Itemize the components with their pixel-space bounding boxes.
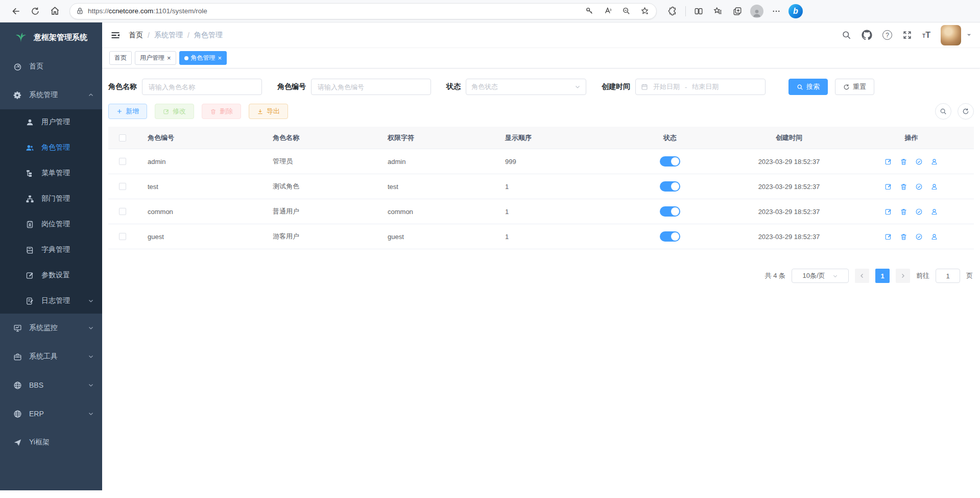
row-edit-icon[interactable] xyxy=(885,183,892,191)
browser-profile-icon[interactable] xyxy=(748,3,766,20)
refresh-icon[interactable] xyxy=(27,3,44,20)
sidebar-item-log-mgmt[interactable]: 日志管理 xyxy=(0,288,102,314)
close-icon[interactable]: × xyxy=(218,55,222,61)
row-edit-icon[interactable] xyxy=(885,208,892,216)
fullscreen-icon[interactable] xyxy=(902,30,912,40)
status-toggle[interactable] xyxy=(660,181,680,192)
collections-icon[interactable] xyxy=(729,3,746,20)
reset-button[interactable]: 重置 xyxy=(835,79,874,95)
add-button[interactable]: 新增 xyxy=(108,104,147,119)
book-icon xyxy=(26,246,34,254)
sidebar-item-user-mgmt[interactable]: 用户管理 xyxy=(0,109,102,135)
read-aloud-icon[interactable] xyxy=(599,3,616,20)
row-permission-icon[interactable] xyxy=(915,233,923,241)
split-screen-icon[interactable] xyxy=(690,3,707,20)
row-edit-icon[interactable] xyxy=(885,158,892,165)
page-size-select[interactable]: 10条/页 xyxy=(792,269,849,283)
add-favorite-icon[interactable] xyxy=(636,3,653,20)
sidebar-item-label: 系统监控 xyxy=(29,323,58,333)
key-icon[interactable] xyxy=(581,3,598,20)
sidebar-item-yi-framework[interactable]: Yi框架 xyxy=(0,428,102,457)
row-delete-icon[interactable] xyxy=(900,208,907,216)
download-icon xyxy=(257,108,264,115)
status-toggle[interactable] xyxy=(660,156,680,167)
date-range-picker[interactable]: 开始日期 - 结束日期 xyxy=(635,79,766,95)
sidebar-item-bbs[interactable]: BBS xyxy=(0,371,102,399)
logo[interactable]: 意框架管理系统 xyxy=(0,22,102,52)
sidebar-item-post-mgmt[interactable]: 岗位管理 xyxy=(0,211,102,237)
prev-page-button[interactable] xyxy=(855,269,869,283)
bing-chat-icon[interactable]: b xyxy=(787,3,804,20)
column-display-order: 显示顺序 xyxy=(494,133,611,143)
chevron-down-icon xyxy=(88,325,94,331)
row-assign-user-icon[interactable] xyxy=(930,233,938,241)
goto-page-input[interactable] xyxy=(936,269,960,283)
sidebar-item-system-tools[interactable]: 系统工具 xyxy=(0,342,102,371)
status-toggle[interactable] xyxy=(660,206,680,217)
home-icon[interactable] xyxy=(46,3,63,20)
table-row: guest 游客用户 guest 1 2023-03-29 18:52:37 xyxy=(108,224,974,249)
role-name-input[interactable] xyxy=(142,79,262,95)
status-select[interactable]: 角色状态 xyxy=(466,79,586,95)
row-assign-user-icon[interactable] xyxy=(930,158,938,165)
page-1-button[interactable]: 1 xyxy=(875,269,890,283)
close-icon[interactable]: × xyxy=(167,55,171,61)
favorites-icon[interactable] xyxy=(709,3,727,20)
sidebar-item-dept-mgmt[interactable]: 部门管理 xyxy=(0,186,102,211)
user-avatar[interactable] xyxy=(941,25,961,45)
refresh-table-icon[interactable] xyxy=(958,103,974,120)
search-icon[interactable] xyxy=(842,30,851,40)
row-assign-user-icon[interactable] xyxy=(930,183,938,191)
extensions-icon[interactable] xyxy=(664,3,681,20)
github-icon[interactable] xyxy=(862,30,872,40)
row-checkbox[interactable] xyxy=(119,183,126,190)
toggle-search-icon[interactable] xyxy=(935,103,951,120)
row-assign-user-icon[interactable] xyxy=(930,208,938,216)
row-checkbox[interactable] xyxy=(119,233,126,240)
tab-role-mgmt[interactable]: 角色管理 × xyxy=(179,51,227,65)
export-button[interactable]: 导出 xyxy=(249,104,288,119)
sidebar-item-role-mgmt[interactable]: 角色管理 xyxy=(0,135,102,160)
sidebar-item-param-settings[interactable]: 参数设置 xyxy=(0,263,102,288)
sidebar-item-erp[interactable]: ERP xyxy=(0,399,102,428)
total-count: 共 4 条 xyxy=(765,271,785,280)
sidebar-item-home[interactable]: 首页 xyxy=(0,52,102,81)
tab-user-mgmt[interactable]: 用户管理 × xyxy=(135,51,176,65)
more-icon[interactable] xyxy=(768,3,785,20)
collapse-menu-icon[interactable] xyxy=(110,30,121,40)
font-size-icon[interactable]: TT xyxy=(922,31,930,40)
role-code-input[interactable] xyxy=(311,79,431,95)
row-checkbox[interactable] xyxy=(119,158,126,165)
row-delete-icon[interactable] xyxy=(900,158,907,165)
active-dot xyxy=(184,56,188,60)
delete-button[interactable]: 删除 xyxy=(202,104,241,119)
breadcrumb-system-mgmt: 系统管理 xyxy=(154,31,183,40)
row-edit-icon[interactable] xyxy=(885,233,892,241)
search-button[interactable]: 搜索 xyxy=(788,79,828,95)
status-toggle[interactable] xyxy=(660,231,680,242)
row-delete-icon[interactable] xyxy=(900,183,907,191)
back-icon[interactable] xyxy=(7,3,25,20)
zoom-out-icon[interactable] xyxy=(617,3,635,20)
row-permission-icon[interactable] xyxy=(915,183,923,191)
select-all-checkbox[interactable] xyxy=(119,134,126,141)
row-checkbox[interactable] xyxy=(119,208,126,215)
table-row: common 普通用户 common 1 2023-03-29 18:52:37 xyxy=(108,199,974,224)
breadcrumb-home[interactable]: 首页 xyxy=(129,31,143,40)
row-delete-icon[interactable] xyxy=(900,233,907,241)
edit-button[interactable]: 修改 xyxy=(155,104,194,119)
address-bar[interactable]: https://ccnetcore.com:1101/system/role xyxy=(69,3,657,19)
toolbar-divider xyxy=(685,6,686,16)
avatar-caret-icon[interactable] xyxy=(966,32,972,38)
cell-role-name: 管理员 xyxy=(261,157,376,166)
sidebar-item-menu-mgmt[interactable]: 菜单管理 xyxy=(0,160,102,186)
help-icon[interactable]: ? xyxy=(882,30,892,40)
next-page-button[interactable] xyxy=(896,269,910,283)
sidebar-item-system-mgmt[interactable]: 系统管理 xyxy=(0,81,102,109)
row-permission-icon[interactable] xyxy=(915,158,923,165)
sidebar-item-label: 岗位管理 xyxy=(41,220,70,229)
row-permission-icon[interactable] xyxy=(915,208,923,216)
tab-home[interactable]: 首页 xyxy=(109,51,132,65)
sidebar-item-dict-mgmt[interactable]: 字典管理 xyxy=(0,237,102,263)
sidebar-item-system-monitor[interactable]: 系统监控 xyxy=(0,314,102,342)
